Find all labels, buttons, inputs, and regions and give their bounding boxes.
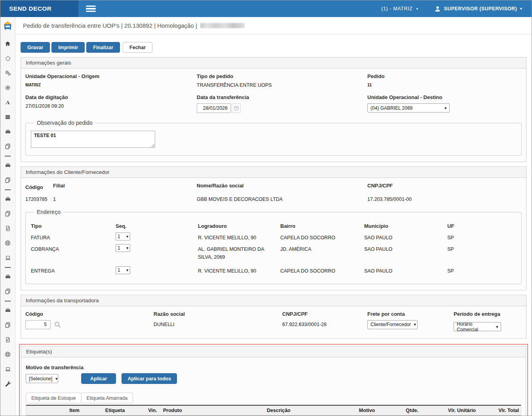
imprimir-button[interactable]: Imprimir xyxy=(51,42,85,53)
observacao-textarea[interactable]: TESTE 01 xyxy=(31,131,155,148)
column-header: Produto xyxy=(162,408,256,413)
column-header: Descrição xyxy=(256,408,345,413)
field-periodo-entrega: Período de entrega Horário Comercial ▾ xyxy=(454,311,522,332)
sidebar-copy-icon[interactable] xyxy=(5,318,11,332)
endereco-municipio: SAO PAULO xyxy=(364,233,447,244)
sidebar-globe-icon[interactable] xyxy=(5,347,11,362)
data-transferencia-input[interactable] xyxy=(197,103,231,113)
sidebar-spinner-icon[interactable] xyxy=(5,51,11,66)
user-menu[interactable]: SUPERVISOR (SUPERVISOR) ▾ xyxy=(434,6,522,12)
column-header: Motivo xyxy=(345,408,389,413)
brand-title[interactable]: SEND DECOR xyxy=(0,0,78,17)
chevron-down-icon: ▾ xyxy=(416,7,418,11)
sidebar-copy-icon[interactable] xyxy=(5,139,11,154)
panel-transportadora: Informações da transportadora Código xyxy=(21,295,526,339)
sidebar-doc-icon[interactable] xyxy=(5,332,11,347)
seq-select[interactable]: 1▾ xyxy=(116,244,130,252)
select-value: 1 xyxy=(118,234,120,239)
sidebar-menu: A xyxy=(5,36,11,391)
column-header: Município xyxy=(364,223,447,233)
sidebar-car-icon[interactable] xyxy=(5,269,11,284)
redacted-text xyxy=(200,23,245,28)
sidebar-car-icon[interactable] xyxy=(5,158,11,173)
select-value: (04) GABRIEL 2069 xyxy=(370,105,412,111)
field-label: Unidade Operacional - Origem xyxy=(25,73,197,79)
fechar-button[interactable]: Fechar xyxy=(123,42,152,53)
sidebar-laptop-icon[interactable] xyxy=(5,362,11,376)
sidebar-laptop-icon[interactable] xyxy=(5,250,11,265)
etiquetas-highlight-border: Etiqueta(s) Motivo de transferência [Sel… xyxy=(19,344,528,416)
select-value: 1 xyxy=(118,245,120,251)
page-title-bar: Pedido de transferência entre UOP's | 20… xyxy=(15,17,532,34)
aplicar-button[interactable]: Aplicar xyxy=(81,373,116,384)
sidebar-divider xyxy=(5,299,11,303)
sidebar-cogs-icon[interactable] xyxy=(5,66,11,80)
panel-header: Informações da transportadora xyxy=(21,295,526,306)
sidebar-doc-icon[interactable] xyxy=(5,221,11,236)
field-tipo-pedido: Tipo de pedido TRANSFERÊNCIA ENTRE UOPS xyxy=(197,73,367,88)
sidebar-car-icon[interactable] xyxy=(5,303,11,318)
seq-select[interactable]: 1▾ xyxy=(116,233,130,240)
sidebar-copy-icon[interactable] xyxy=(5,284,11,299)
aplicar-para-todos-button[interactable]: Aplicar para todos xyxy=(122,373,177,384)
motivo-transferencia-select[interactable]: [Selecione] ▾ xyxy=(26,374,58,383)
gravar-button[interactable]: Gravar xyxy=(21,42,50,53)
user-menu-label: SUPERVISOR (SUPERVISOR) xyxy=(444,6,517,11)
svg-text:A: A xyxy=(6,99,10,105)
endereco-bairro: CAPELA DO SOCORRO xyxy=(280,263,364,277)
endereco-uf: SP xyxy=(447,263,516,277)
tab-etiqueta-amarrada[interactable]: Etiqueta Amarrada xyxy=(81,393,133,403)
panel-informacoes-gerais: Informações gerais Unidade Operacional -… xyxy=(21,57,526,162)
user-icon xyxy=(434,6,441,12)
seq-select[interactable]: 1▾ xyxy=(116,266,130,274)
unit-selector[interactable]: (1) - MATRIZ ▾ xyxy=(381,6,418,11)
field-value: TRANSFERÊNCIA ENTRE UOPS xyxy=(197,82,367,88)
sidebar-wrench-icon[interactable] xyxy=(5,376,11,391)
app-logo-icon[interactable] xyxy=(2,20,13,33)
endereco-uf: SP xyxy=(447,244,516,256)
frete-por-conta-select[interactable]: Cliente/Fornecedor ▾ xyxy=(367,320,418,329)
etiquetas-table: Item Etiqueta Vin. Produto Descrição Mot… xyxy=(26,405,521,416)
sidebar-car-icon[interactable] xyxy=(5,124,11,139)
sidebar-car-icon[interactable] xyxy=(5,192,11,206)
field-cnpj-transportadora: CNPJ/CPF 67.922.633/0001-28 xyxy=(282,311,367,332)
column-header: Vin. xyxy=(144,408,162,413)
field-value: 17203785 xyxy=(25,194,53,202)
field-uop-origem: Unidade Operacional - Origem MATRIZ xyxy=(25,73,197,88)
field-label: Tipo de pedido xyxy=(197,73,367,79)
chevron-down-icon: ▾ xyxy=(493,325,498,329)
sidebar-divider xyxy=(5,265,11,269)
codigo-transportadora-input[interactable] xyxy=(25,320,51,329)
field-label: Período de entrega xyxy=(454,311,522,317)
endereco-tipo: ENTREGA xyxy=(31,263,116,277)
finalizar-button[interactable]: Finalizar xyxy=(86,42,120,53)
field-value: DUNELLI xyxy=(154,320,282,327)
tab-etiqueta-de-estoque[interactable]: Etiqueta de Estoque xyxy=(26,393,82,403)
column-header: Item xyxy=(63,408,86,413)
periodo-entrega-select[interactable]: Horário Comercial ▾ xyxy=(454,322,501,331)
sidebar-font-icon[interactable]: A xyxy=(5,95,11,110)
uop-destino-select[interactable]: (04) GABRIEL 2069 ▾ xyxy=(367,103,450,113)
field-label: Data da transferência xyxy=(197,94,367,100)
sidebar-globe-icon[interactable] xyxy=(5,236,11,250)
search-icon[interactable] xyxy=(54,321,61,328)
field-value: 67.922.633/0001-28 xyxy=(282,320,367,327)
motivo-transferencia-label: Motivo de transferência xyxy=(26,364,521,370)
sidebar-cog-icon[interactable] xyxy=(5,80,11,95)
menu-toggle-icon[interactable] xyxy=(84,3,97,15)
sidebar-list-icon[interactable] xyxy=(5,110,11,124)
column-header: Vlr. Unitário xyxy=(422,408,480,413)
field-label: Código xyxy=(25,183,53,190)
endereco-bairro: JD. AMÉRICA xyxy=(280,244,364,256)
navbar-right: (1) - MATRIZ ▾ SUPERVISOR (SUPERVISOR) ▾ xyxy=(381,6,532,12)
field-value: 1 xyxy=(53,194,197,202)
sidebar-divider xyxy=(5,187,11,192)
etiqueta-tabs: Etiqueta de Estoque Etiqueta Amarrada xyxy=(26,393,521,403)
sidebar-copy-icon[interactable] xyxy=(5,206,11,221)
observacao-fieldset: Observação do pedido TESTE 01 xyxy=(25,120,522,156)
calendar-icon[interactable] xyxy=(232,103,241,113)
unit-selector-label: (1) - MATRIZ xyxy=(381,6,412,11)
field-codigo-transportadora: Código xyxy=(25,311,154,332)
sidebar-home-icon[interactable] xyxy=(5,36,11,51)
sidebar-copy-icon[interactable] xyxy=(5,173,11,187)
